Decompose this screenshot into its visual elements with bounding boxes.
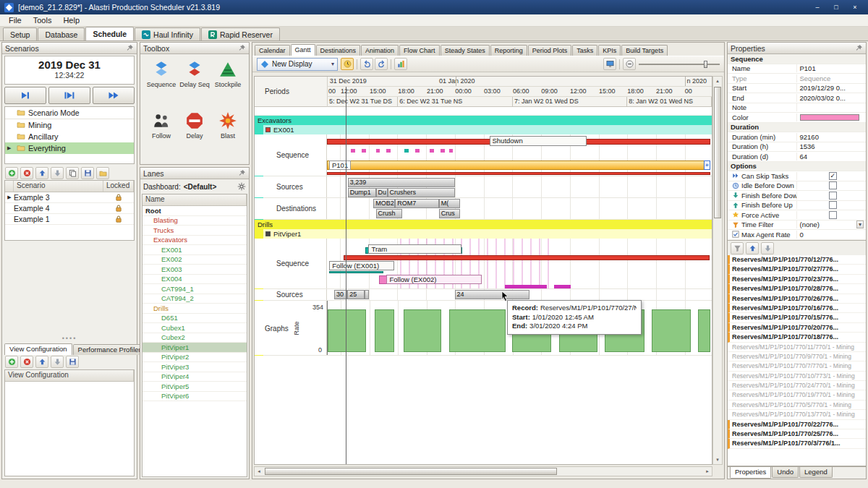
gantt-bar-follow-ex002[interactable]: Follow (EX002): [386, 275, 482, 284]
lane-row-pitviper3[interactable]: PitViper3: [142, 362, 247, 372]
delete-button[interactable]: [20, 356, 33, 368]
gantt-bar[interactable]: [365, 290, 369, 299]
gantt-bar-25[interactable]: 25: [347, 290, 364, 299]
graph-bar[interactable]: [449, 309, 506, 352]
gantt-bar[interactable]: [329, 271, 383, 273]
up-button[interactable]: [35, 356, 48, 368]
lane-row-pitviper1[interactable]: PitViper1: [142, 343, 247, 353]
scenario-row-example-4[interactable]: Example 4: [5, 203, 134, 214]
minimize-button[interactable]: –: [809, 1, 826, 13]
reserve-item[interactable]: Reserves/M1/P1/P101/770/12/776...: [728, 255, 866, 265]
gantt-bar[interactable]: [505, 285, 546, 288]
column-locked[interactable]: Locked: [103, 181, 134, 192]
graph-bar[interactable]: [652, 309, 692, 352]
reserve-item[interactable]: Reserves/M1/P1/P101/770/9/770/1 - Mining: [728, 352, 866, 361]
lane-row-cat994-1[interactable]: CAT994_1: [142, 284, 247, 294]
scroll-up-icon[interactable]: ▴: [713, 77, 722, 85]
gantt-tab-calendar[interactable]: Calendar: [255, 45, 290, 56]
gantt-bar[interactable]: [404, 149, 409, 153]
display-selector[interactable]: New Display ▾: [257, 58, 338, 71]
gantt-tab-reporting[interactable]: Reporting: [490, 45, 527, 56]
checkbox[interactable]: [829, 211, 837, 219]
reserve-item[interactable]: Reserves/M1/P1/P101/770/23/776...: [728, 275, 866, 284]
gantt-bar-p101[interactable]: P101: [327, 160, 710, 170]
gantt-bar[interactable]: [327, 172, 710, 175]
gantt-tab-destinations[interactable]: Destinations: [316, 45, 361, 56]
reserve-item[interactable]: Reserves/M1/P1/P101/770/27/776...: [728, 265, 866, 274]
main-tab-haul-infinity[interactable]: Haul Infinity: [135, 27, 200, 40]
reserve-item[interactable]: Reserves/M1/P1/P101/770/11/770/1 - Minin…: [728, 343, 866, 352]
lane-row-pitviper5[interactable]: PitViper5: [142, 382, 247, 392]
property-value[interactable]: Sequence: [797, 74, 867, 82]
property-value[interactable]: 1536: [797, 142, 867, 150]
gantt-bar[interactable]: [362, 149, 366, 153]
lane-row-cubex1[interactable]: Cubex1: [142, 323, 247, 333]
gantt-bar-crush[interactable]: Crush: [376, 209, 403, 218]
gantt-tab-period-plots[interactable]: Period Plots: [528, 45, 572, 56]
scenario-mode-ancillary[interactable]: Ancillary: [5, 131, 134, 142]
lane-row-drills[interactable]: Drills: [142, 304, 247, 314]
property-group-options[interactable]: Options: [728, 162, 866, 172]
gantt-bar-3-239[interactable]: 3,239: [348, 178, 455, 187]
properties-tab-legend[interactable]: Legend: [799, 467, 833, 478]
chevron-down-icon[interactable]: ▾: [856, 221, 864, 228]
redo-button[interactable]: [375, 58, 388, 70]
delete-button[interactable]: [20, 167, 33, 179]
copy-button[interactable]: [66, 167, 79, 179]
tool-blast[interactable]: Blast: [211, 111, 244, 158]
main-tab-database[interactable]: Database: [38, 27, 85, 40]
scenario-mode-mining[interactable]: Mining: [5, 119, 134, 131]
gantt-bar-follow-ex001[interactable]: Follow (EX001): [329, 261, 393, 270]
reserve-item[interactable]: Reserves/M1/P1/P101/770/22/776...: [728, 420, 866, 429]
reserve-item[interactable]: Reserves/M1/P1/P101/770/5/770/1 - Mining: [728, 401, 866, 410]
gantt-bar-shutdown[interactable]: Shutdown: [490, 136, 587, 146]
maximize-button[interactable]: □: [827, 1, 845, 13]
property-value[interactable]: [797, 201, 867, 209]
gantt-tab-kpis[interactable]: KPIs: [598, 45, 621, 56]
column-view-configuration[interactable]: View Configuration: [5, 370, 134, 381]
property-value[interactable]: 2019/12/29 0...: [797, 84, 867, 92]
row-timeline[interactable]: TramFollow (EX001)Follow (EX002): [327, 239, 712, 288]
gantt-tab-flow-chart[interactable]: Flow Chart: [399, 45, 440, 56]
column-scenario[interactable]: Scenario: [14, 181, 103, 192]
gantt-bar[interactable]: [430, 149, 434, 153]
gantt-bar-crushers[interactable]: Crushers: [388, 188, 455, 197]
scenario-row-example-3[interactable]: ▶Example 3: [5, 192, 134, 203]
gantt-bar[interactable]: [386, 149, 391, 153]
add-button[interactable]: [5, 356, 18, 368]
down-button[interactable]: [761, 242, 774, 254]
lane-row-cat994-2[interactable]: CAT994_2: [142, 294, 247, 304]
add-button[interactable]: [5, 167, 18, 179]
step-forward-button[interactable]: [4, 87, 46, 104]
menu-help[interactable]: Help: [57, 14, 85, 26]
reserve-item[interactable]: Reserves/M1/P1/P101/770/15/776...: [728, 313, 866, 322]
graph-bar[interactable]: [375, 309, 394, 352]
clock-button[interactable]: [341, 58, 354, 70]
reserve-item[interactable]: Reserves/M1/P1/P101/770/24/770/1 - Minin…: [728, 381, 866, 390]
property-group-duration[interactable]: Duration: [728, 123, 866, 133]
pin-icon[interactable]: [126, 44, 134, 52]
properties-tab-properties[interactable]: Properties: [730, 467, 771, 479]
down-button[interactable]: [51, 356, 64, 368]
monitor-button[interactable]: [603, 58, 616, 70]
graph-bar[interactable]: [328, 309, 366, 352]
gantt-bar-crus[interactable]: Crus: [439, 209, 460, 218]
pin-icon[interactable]: [855, 44, 863, 52]
pin-icon[interactable]: [238, 169, 246, 177]
lane-row-excavators[interactable]: Excavators: [142, 236, 247, 246]
checkbox[interactable]: ✓: [829, 172, 837, 180]
zoom-out-button[interactable]: [623, 58, 636, 70]
item-header-ex001[interactable]: EX001: [263, 125, 712, 134]
reserve-item[interactable]: Reserves/M1/P1/P101/770/20/776...: [728, 323, 866, 333]
reserve-item[interactable]: Reserves/M1/P1/P101/770/26/776...: [728, 294, 866, 304]
menu-file[interactable]: File: [3, 14, 27, 26]
menu-tools[interactable]: Tools: [27, 14, 58, 26]
property-value[interactable]: 64: [797, 153, 867, 160]
lane-row-ex001[interactable]: EX001: [142, 245, 247, 255]
gantt-bar-tram[interactable]: Tram: [368, 244, 461, 254]
lane-row-pitviper2[interactable]: PitViper2: [142, 353, 247, 363]
zoom-slider[interactable]: [639, 59, 720, 70]
gantt-tab-tasks[interactable]: Tasks: [572, 45, 597, 56]
column-name[interactable]: Name: [142, 194, 247, 205]
gantt-bar[interactable]: [441, 149, 445, 153]
